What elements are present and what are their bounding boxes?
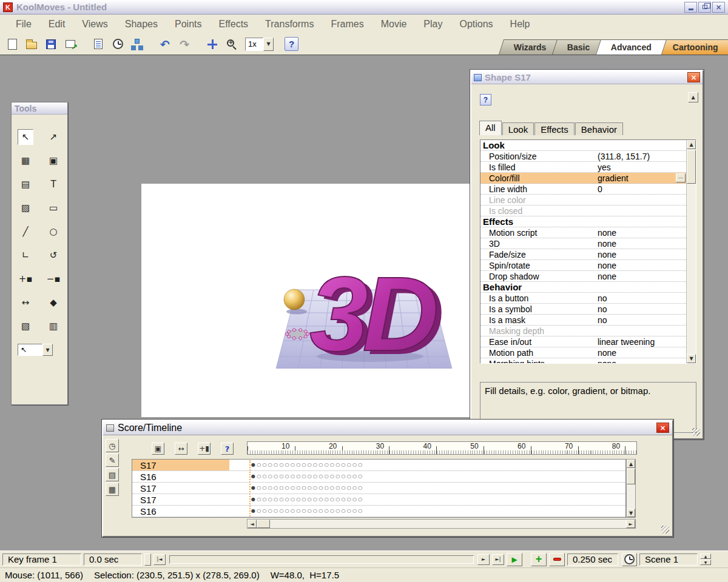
open-file-button[interactable] xyxy=(23,36,40,52)
minimize-button[interactable] xyxy=(684,2,697,13)
current-frame-marker[interactable] xyxy=(249,460,251,517)
menu-item-options[interactable]: Options xyxy=(451,16,501,32)
shape-dialog-close-button[interactable]: × xyxy=(687,72,700,82)
frame-report-button[interactable] xyxy=(90,36,107,52)
menu-item-transforms[interactable]: Transforms xyxy=(257,16,322,32)
ellipsis-button[interactable]: ... xyxy=(676,173,686,182)
property-is-closed[interactable]: Is closed xyxy=(480,206,686,216)
diamond-tool[interactable]: ◆ xyxy=(46,295,61,310)
property-line-color[interactable]: Line color xyxy=(480,195,686,206)
help-button[interactable]: ? xyxy=(221,443,234,455)
property-position-size[interactable]: Position/size(311.8, 151.7) xyxy=(480,151,686,162)
delete-frame-button[interactable] xyxy=(549,553,565,566)
tools-title-bar[interactable]: Tools xyxy=(12,102,67,115)
zoom-combo[interactable]: 1x ▼ xyxy=(245,38,274,51)
menu-item-views[interactable]: Views xyxy=(73,16,116,32)
text-tool[interactable]: T xyxy=(46,176,61,192)
property-drop-shadow[interactable]: Drop shadownone xyxy=(480,271,686,282)
timeline-hscroll-track[interactable] xyxy=(270,520,626,528)
property-ease-in-out[interactable]: Ease in/outlinear tweening xyxy=(480,336,686,347)
timeline-close-button[interactable]: × xyxy=(656,423,669,433)
reshape-tool[interactable]: ↗ xyxy=(46,129,61,145)
add-point-tool[interactable]: +▪ xyxy=(18,271,33,287)
property-motion-script[interactable]: Motion scriptnone xyxy=(480,227,686,238)
dialog-tab-effects[interactable]: Effects xyxy=(534,122,575,135)
stretch-tool[interactable]: ↔ xyxy=(18,295,33,310)
layers-button[interactable]: ▤ xyxy=(106,468,119,481)
timeline-scroll-left-button[interactable]: ◄ xyxy=(248,520,257,528)
callout-tool[interactable]: ▭ xyxy=(46,200,61,216)
shape-dialog-scroll-up-button[interactable]: ▲ xyxy=(688,92,698,102)
property-masking-depth[interactable]: Masking depth xyxy=(480,326,686,336)
line-tool[interactable]: ╱ xyxy=(18,224,33,239)
timeline-row-s17[interactable]: S17●○○○○○○○○○○○○○○○○○○○ xyxy=(132,494,625,506)
shape-dialog-title-bar[interactable]: Shape S17 × xyxy=(471,71,703,84)
next-frame-button[interactable]: ► xyxy=(477,554,490,565)
menu-item-points[interactable]: Points xyxy=(166,16,210,32)
timeline-vertical-scrollbar[interactable]: ▲ ▼ xyxy=(626,459,636,518)
close-button[interactable]: × xyxy=(712,2,725,13)
mode-tab-cartooning[interactable]: Cartooning xyxy=(658,39,728,55)
artwork-sphere[interactable] xyxy=(284,289,305,310)
curve-tool[interactable]: ↺ xyxy=(46,247,61,263)
menu-item-shapes[interactable]: Shapes xyxy=(116,16,166,32)
menu-item-frames[interactable]: Frames xyxy=(322,16,372,32)
property-is-a-symbol[interactable]: Is a symbolno xyxy=(480,304,686,315)
help-button[interactable]: ? xyxy=(285,37,298,51)
grid-button[interactable]: ▦ xyxy=(106,483,119,496)
timeline-row-s17[interactable]: S17●○○○○○○○○○○○○○○○○○○○ xyxy=(132,483,625,494)
scroll-up-button[interactable]: ▲ xyxy=(687,140,696,149)
timing-button[interactable] xyxy=(109,36,126,52)
property-is-filled[interactable]: Is filledyes xyxy=(480,162,686,173)
last-frame-button[interactable]: ►| xyxy=(492,554,504,565)
scene-down-button[interactable]: ▼ xyxy=(700,560,711,565)
artwork-selected-shape[interactable] xyxy=(286,329,309,340)
property-scrollbar[interactable]: ▲ ▼ xyxy=(686,140,696,363)
fill-tool[interactable]: ▨ xyxy=(18,200,33,216)
timeline-resize-grip[interactable] xyxy=(661,526,669,534)
symbol-library-button[interactable] xyxy=(129,36,146,52)
add-keyframe-button[interactable]: +▮ xyxy=(198,443,211,455)
dialog-resize-grip[interactable] xyxy=(692,428,700,436)
artwork-3d-text[interactable]: 3D xyxy=(309,266,436,369)
timeline-row-s16[interactable]: S16●○○○○○○○○○○○○○○○○○○○ xyxy=(132,506,625,517)
mode-tab-wizards[interactable]: Wizards xyxy=(498,39,561,55)
tools-dropdown-arrow[interactable]: ▼ xyxy=(42,344,53,356)
timeline-row-s16[interactable]: S16●○○○○○○○○○○○○○○○○○○○ xyxy=(132,471,625,483)
stack-tool[interactable]: ▥ xyxy=(46,318,61,334)
menu-item-help[interactable]: Help xyxy=(502,16,539,32)
redo-button[interactable]: ↷ xyxy=(176,36,193,52)
save-file-button[interactable] xyxy=(42,36,59,52)
restore-button[interactable] xyxy=(698,2,711,13)
shape-library-tool[interactable]: ▦ xyxy=(18,153,33,169)
play-button[interactable]: ▶ xyxy=(507,553,522,566)
menu-item-edit[interactable]: Edit xyxy=(40,16,74,32)
dialog-tab-look[interactable]: Look xyxy=(502,122,534,135)
scroll-down-button[interactable]: ▼ xyxy=(687,354,696,363)
dialog-tab-behavior[interactable]: Behavior xyxy=(575,122,623,135)
timeline-scroll-down-button[interactable]: ▼ xyxy=(627,509,635,517)
pan-button[interactable] xyxy=(204,36,221,52)
zoom-dropdown-button[interactable]: ▼ xyxy=(263,38,274,51)
property-3d[interactable]: 3Dnone xyxy=(480,238,686,249)
property-is-a-mask[interactable]: Is a maskno xyxy=(480,315,686,326)
canvas-area[interactable]: 3D 3D Tools ↖↗▦▣▤T▨▭ xyxy=(0,55,728,550)
select-points-tool[interactable]: ▧ xyxy=(18,318,33,334)
frame-tool[interactable]: ▤ xyxy=(18,176,33,192)
zoom-button[interactable] xyxy=(223,36,240,52)
add-frame-button[interactable]: + xyxy=(531,553,547,566)
timeline-hscroll-thumb[interactable] xyxy=(257,520,270,528)
timeline-title-bar[interactable]: Score/Timeline × xyxy=(103,421,672,435)
first-frame-button[interactable]: |◄ xyxy=(153,554,166,565)
timeline-scroll-right-button[interactable]: ► xyxy=(626,520,635,528)
shape-dialog-help-button[interactable]: ? xyxy=(480,94,491,105)
frame-slider-track[interactable] xyxy=(169,555,474,564)
menu-item-effects[interactable]: Effects xyxy=(210,16,257,32)
new-file-button[interactable] xyxy=(4,36,21,52)
document-page[interactable]: 3D 3D xyxy=(141,184,480,417)
menu-item-play[interactable]: Play xyxy=(415,16,451,32)
timeline-row-s17[interactable]: S17●○○○○○○○○○○○○○○○○○○○ xyxy=(132,460,625,471)
timeline-vscroll-thumb[interactable] xyxy=(627,469,635,484)
transform-tool[interactable]: ▣ xyxy=(46,153,61,169)
menu-item-file[interactable]: File xyxy=(7,16,40,32)
